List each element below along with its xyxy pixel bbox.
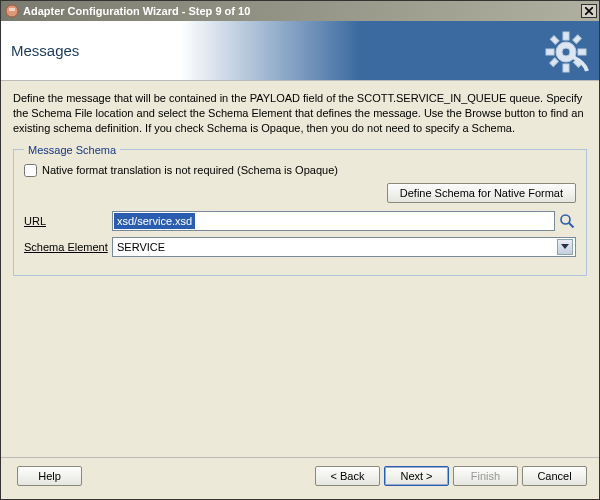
- page-heading: Messages: [11, 42, 79, 59]
- svg-rect-8: [550, 36, 558, 44]
- chevron-down-icon[interactable]: [557, 239, 573, 255]
- svg-rect-4: [563, 32, 569, 40]
- url-value: xsd/service.xsd: [114, 213, 195, 229]
- window-title: Adapter Configuration Wizard - Step 9 of…: [23, 5, 581, 17]
- svg-point-3: [562, 48, 570, 56]
- wizard-header: Messages: [1, 21, 599, 81]
- svg-rect-11: [550, 58, 558, 66]
- close-button[interactable]: [581, 4, 597, 18]
- titlebar: Adapter Configuration Wizard - Step 9 of…: [1, 1, 599, 21]
- svg-line-13: [569, 223, 574, 228]
- content-area: Define the message that will be containe…: [1, 81, 599, 457]
- message-schema-legend: Message Schema: [24, 144, 120, 156]
- message-schema-group: Message Schema Native format translation…: [13, 144, 587, 276]
- next-button[interactable]: Next >: [384, 466, 449, 486]
- gear-icon: [543, 29, 589, 77]
- svg-rect-5: [563, 64, 569, 72]
- description-text: Define the message that will be containe…: [13, 91, 587, 136]
- schema-element-value: SERVICE: [117, 241, 165, 253]
- help-button[interactable]: Help: [17, 466, 82, 486]
- svg-rect-6: [546, 49, 554, 55]
- back-button[interactable]: < Back: [315, 466, 380, 486]
- app-icon: [5, 4, 19, 18]
- svg-rect-7: [578, 49, 586, 55]
- cancel-button[interactable]: Cancel: [522, 466, 587, 486]
- opaque-checkbox-label[interactable]: Native format translation is not require…: [42, 164, 338, 176]
- finish-button: Finish: [453, 466, 518, 486]
- schema-element-label: Schema Element: [24, 241, 112, 253]
- svg-rect-1: [9, 8, 15, 11]
- url-label: URL: [24, 215, 112, 227]
- opaque-checkbox[interactable]: [24, 164, 37, 177]
- svg-rect-10: [573, 35, 581, 43]
- svg-point-12: [561, 215, 570, 224]
- url-input[interactable]: xsd/service.xsd: [112, 211, 555, 231]
- browse-button[interactable]: [558, 212, 576, 230]
- define-schema-native-button[interactable]: Define Schema for Native Format: [387, 183, 576, 203]
- schema-element-select[interactable]: SERVICE: [112, 237, 576, 257]
- wizard-footer: Help < Back Next > Finish Cancel: [1, 457, 599, 494]
